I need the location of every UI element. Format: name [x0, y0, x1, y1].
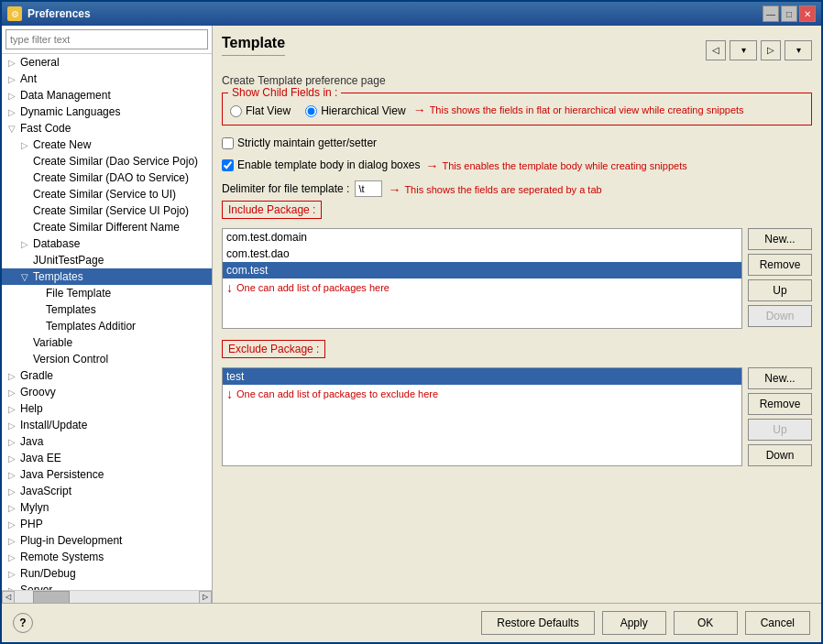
sidebar-item-label: Groovy — [20, 386, 56, 398]
sidebar-item-create-similar-dao-service[interactable]: Create Similar (DAO to Service) — [2, 169, 212, 186]
expander-icon — [18, 221, 31, 234]
include-package-list[interactable]: com.test.domain com.test.dao com.test ↓ … — [222, 228, 742, 329]
delimiter-annotation: → This shows the fields are seperated by… — [388, 182, 601, 197]
enable-template-checkbox[interactable] — [222, 159, 234, 171]
sidebar-item-javascript[interactable]: ▷ JavaScript — [2, 483, 212, 499]
title-controls: — □ ✕ — [763, 5, 816, 22]
close-button[interactable]: ✕ — [799, 5, 816, 22]
flat-view-radio[interactable] — [230, 105, 242, 117]
sidebar-item-help[interactable]: ▷ Help — [2, 400, 212, 417]
sidebar-item-templates[interactable]: ▽ Templates — [2, 268, 212, 285]
nav-forward-button[interactable]: ▷ — [761, 40, 781, 60]
nav-forward-dropdown-button[interactable]: ▾ — [785, 40, 812, 60]
expander-icon: ▷ — [5, 419, 18, 431]
sidebar-item-java[interactable]: ▷ Java — [2, 433, 212, 450]
exclude-down-button[interactable]: Down — [748, 444, 812, 466]
exclude-package-list[interactable]: test ↓ One can add list of packages to e… — [222, 367, 742, 466]
sidebar-item-ant[interactable]: ▷ Ant — [2, 71, 212, 87]
include-up-button[interactable]: Up — [748, 279, 812, 301]
restore-defaults-button[interactable]: Restore Defaults — [481, 611, 594, 635]
scroll-left[interactable]: ◁ — [2, 591, 15, 604]
include-package-item[interactable]: com.test.dao — [223, 246, 741, 262]
sidebar-item-file-template[interactable]: File Template — [2, 285, 212, 301]
nav-dropdown-button[interactable]: ▾ — [730, 40, 757, 60]
expander-icon: ▷ — [5, 551, 18, 563]
sidebar-item-data-management[interactable]: ▷ Data Management — [2, 87, 212, 104]
minimize-button[interactable]: — — [763, 5, 779, 22]
tree-container[interactable]: ▷ General ▷ Ant ▷ Data Management ▷ Dyna… — [2, 54, 212, 590]
scroll-track[interactable] — [15, 591, 199, 604]
nav-back-button[interactable]: ◁ — [706, 40, 726, 60]
delimiter-input[interactable] — [355, 180, 382, 197]
maximize-button[interactable]: □ — [781, 5, 797, 22]
hierarchical-view-radio[interactable] — [305, 105, 317, 117]
sidebar-item-server[interactable]: ▷ Server — [2, 582, 212, 590]
include-new-button[interactable]: New... — [748, 228, 812, 250]
scroll-right[interactable]: ▷ — [199, 591, 212, 604]
sidebar: ▷ General ▷ Ant ▷ Data Management ▷ Dyna… — [2, 26, 213, 603]
expander-icon: ▷ — [5, 89, 18, 102]
sidebar-item-label: JavaScript — [20, 485, 71, 497]
expander-icon — [31, 303, 44, 316]
cancel-button[interactable]: Cancel — [745, 611, 810, 635]
scroll-thumb[interactable] — [33, 591, 70, 604]
exclude-remove-button[interactable]: Remove — [748, 393, 812, 415]
sidebar-item-plugin-development[interactable]: ▷ Plug-in Development — [2, 532, 212, 549]
expander-icon: ▷ — [5, 435, 18, 448]
sidebar-item-mylyn[interactable]: ▷ Mylyn — [2, 499, 212, 516]
exclude-package-item-selected[interactable]: test — [223, 368, 741, 385]
show-child-fields-title: Show Child Fields in : — [228, 86, 341, 99]
sidebar-item-dynamic-languages[interactable]: ▷ Dynamic Languages — [2, 104, 212, 120]
include-package-item[interactable]: com.test.domain — [223, 229, 741, 246]
include-package-item-selected[interactable]: com.test — [223, 262, 741, 278]
sidebar-item-junit[interactable]: JUnitTestPage — [2, 252, 212, 268]
sidebar-item-database[interactable]: ▷ Database — [2, 235, 212, 252]
sidebar-item-create-similar-diff-name[interactable]: Create Similar Different Name — [2, 219, 212, 235]
radio-group: Flat View Hierarchical View — [230, 104, 406, 117]
sidebar-item-general[interactable]: ▷ General — [2, 54, 212, 71]
sidebar-item-groovy[interactable]: ▷ Groovy — [2, 384, 212, 400]
sidebar-item-java-ee[interactable]: ▷ Java EE — [2, 450, 212, 466]
sidebar-item-create-new[interactable]: ▷ Create New — [2, 136, 212, 153]
sidebar-item-run-debug[interactable]: ▷ Run/Debug — [2, 565, 212, 582]
ok-button[interactable]: OK — [674, 611, 738, 635]
sidebar-item-fast-code[interactable]: ▽ Fast Code — [2, 120, 212, 136]
sidebar-item-install-update[interactable]: ▷ Install/Update — [2, 417, 212, 433]
include-down-button[interactable]: Down — [748, 305, 812, 327]
sidebar-item-create-similar-dao[interactable]: Create Similar (Dao Service Pojo) — [2, 153, 212, 169]
sidebar-item-gradle[interactable]: ▷ Gradle — [2, 367, 212, 384]
include-remove-button[interactable]: Remove — [748, 254, 812, 276]
horizontal-scrollbar[interactable]: ◁ ▷ — [2, 590, 212, 603]
apply-button[interactable]: Apply — [602, 611, 666, 635]
show-child-fields-box: Show Child Fields in : Flat View Hierarc… — [222, 93, 812, 126]
sidebar-item-php[interactable]: ▷ PHP — [2, 516, 212, 532]
preferences-window: ⚙ Preferences — □ ✕ ▷ General — [0, 0, 823, 644]
nav-forward-icon: ▷ — [767, 45, 774, 55]
help-button[interactable]: ? — [13, 613, 33, 633]
panel-header: Template ◁ ▾ ▷ ▾ — [222, 35, 812, 65]
sidebar-item-create-similar-service-ui-pojo[interactable]: Create Similar (Service UI Pojo) — [2, 202, 212, 219]
sidebar-item-label: General — [20, 56, 60, 69]
expander-icon — [18, 353, 31, 366]
exclude-new-button[interactable]: New... — [748, 367, 812, 389]
sidebar-item-create-similar-service-ui[interactable]: Create Similar (Service to UI) — [2, 186, 212, 202]
sidebar-item-remote-systems[interactable]: ▷ Remote Systems — [2, 549, 212, 565]
strictly-maintain-checkbox[interactable] — [222, 137, 234, 149]
sidebar-item-templates-addition[interactable]: Templates Additior — [2, 318, 212, 334]
sidebar-item-version-control[interactable]: Version Control — [2, 351, 212, 367]
hierarchical-view-option[interactable]: Hierarchical View — [305, 104, 405, 117]
exclude-up-button[interactable]: Up — [748, 419, 812, 441]
flat-view-option[interactable]: Flat View — [230, 104, 291, 117]
bottom-bar: ? Restore Defaults Apply OK Cancel — [2, 603, 821, 642]
sidebar-item-templates-sub[interactable]: Templates — [2, 301, 212, 318]
sidebar-item-label: Database — [33, 237, 80, 250]
sidebar-item-variable[interactable]: Variable — [2, 334, 212, 351]
hierarchical-view-label: Hierarchical View — [321, 104, 405, 117]
sidebar-item-label: Templates Additior — [46, 320, 136, 333]
sidebar-item-label: Fast Code — [20, 122, 71, 135]
sidebar-item-label: Mylyn — [20, 501, 49, 514]
expander-icon: ▷ — [5, 452, 18, 464]
sidebar-item-java-persistence[interactable]: ▷ Java Persistence — [2, 466, 212, 483]
filter-input[interactable] — [5, 29, 208, 49]
sidebar-item-label: Help — [20, 402, 43, 415]
